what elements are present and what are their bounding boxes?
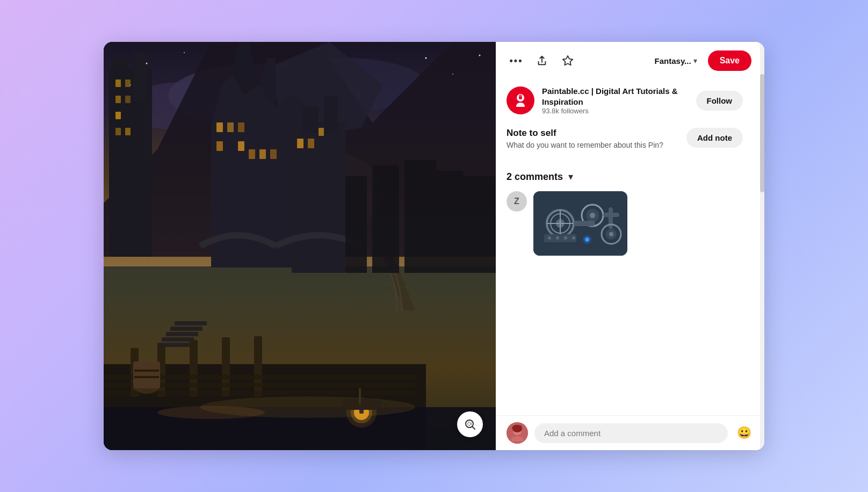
scrollbar-track[interactable]	[760, 42, 764, 450]
pin-content-area: Paintable.cc | Digital Art Tutorials & I…	[496, 77, 764, 415]
comment-initial: Z	[514, 197, 519, 206]
svg-point-93	[585, 237, 589, 242]
comments-header[interactable]: 2 comments ▾	[507, 171, 743, 183]
board-name: Fantasy...	[655, 56, 691, 66]
fantasy-image	[104, 42, 496, 450]
svg-point-91	[572, 236, 575, 240]
svg-rect-18	[216, 122, 223, 132]
svg-rect-47	[134, 370, 159, 372]
svg-rect-21	[216, 141, 223, 151]
svg-rect-33	[222, 337, 230, 396]
svg-rect-13	[115, 128, 121, 135]
svg-point-71	[519, 96, 522, 99]
comment-image[interactable]	[533, 191, 627, 256]
svg-rect-34	[254, 336, 262, 396]
pin-detail-panel: ••• Fantasy... ▾ Save	[496, 42, 764, 450]
lens-icon	[464, 418, 476, 431]
note-title: Note to self	[507, 128, 680, 139]
pin-toolbar: ••• Fantasy... ▾ Save	[496, 42, 764, 77]
svg-rect-19	[227, 122, 234, 132]
svg-rect-16	[302, 106, 319, 133]
note-subtitle: What do you want to remember about this …	[507, 141, 680, 149]
svg-rect-83	[609, 207, 613, 229]
svg-point-40	[157, 406, 265, 419]
svg-rect-28	[319, 128, 324, 136]
svg-rect-50	[345, 176, 367, 273]
svg-rect-11	[125, 96, 131, 103]
upload-icon	[536, 55, 548, 67]
svg-rect-7	[133, 53, 147, 101]
svg-rect-49	[359, 388, 361, 404]
svg-point-88	[548, 236, 551, 240]
favorite-button[interactable]	[558, 51, 577, 70]
comments-section: 2 comments ▾ Z	[507, 171, 743, 256]
more-icon: •••	[510, 55, 523, 67]
share-button[interactable]	[532, 51, 552, 70]
svg-point-68	[468, 422, 471, 425]
svg-rect-46	[133, 361, 160, 388]
svg-rect-22	[238, 141, 244, 151]
svg-rect-32	[190, 340, 198, 396]
comment-image-content	[533, 191, 627, 256]
more-options-button[interactable]: •••	[507, 51, 526, 70]
note-text-block: Note to self What do you want to remembe…	[507, 128, 680, 156]
creator-name[interactable]: Paintable.cc | Digital Art Tutorials & I…	[542, 86, 689, 107]
svg-rect-61	[157, 343, 190, 347]
svg-point-58	[452, 74, 453, 75]
follow-button[interactable]: Follow	[696, 91, 743, 111]
note-row: Note to self What do you want to remembe…	[507, 128, 743, 156]
svg-rect-26	[297, 139, 303, 148]
svg-rect-53	[437, 171, 464, 273]
svg-rect-10	[115, 96, 121, 103]
creator-row: Paintable.cc | Digital Art Tutorials & I…	[507, 86, 743, 115]
user-avatar[interactable]	[507, 422, 528, 444]
svg-rect-17	[324, 96, 337, 133]
svg-rect-20	[238, 122, 244, 132]
creator-followers: 93.8k followers	[542, 107, 689, 115]
comment-footer: 😀	[496, 415, 764, 450]
creator-avatar[interactable]	[507, 86, 534, 114]
svg-rect-48	[134, 376, 159, 378]
svg-rect-63	[166, 332, 198, 336]
pin-modal: ••• Fantasy... ▾ Save	[104, 42, 764, 450]
lens-search-button[interactable]	[457, 411, 483, 437]
svg-point-90	[564, 236, 567, 240]
creator-info: Paintable.cc | Digital Art Tutorials & I…	[542, 86, 689, 115]
svg-rect-12	[115, 112, 121, 119]
comment-avatar[interactable]: Z	[507, 191, 527, 212]
svg-rect-8	[115, 79, 121, 87]
svg-rect-23	[249, 149, 255, 159]
comment-item: Z	[507, 191, 743, 256]
board-selector[interactable]: Fantasy... ▾	[655, 56, 697, 66]
emoji-icon: 😀	[737, 426, 751, 440]
svg-rect-81	[574, 221, 595, 226]
svg-rect-25	[270, 149, 277, 159]
svg-rect-62	[162, 337, 194, 342]
svg-line-67	[472, 426, 475, 429]
svg-rect-27	[308, 139, 314, 148]
svg-point-86	[609, 232, 613, 236]
svg-rect-54	[464, 176, 496, 273]
note-section: Note to self What do you want to remembe…	[507, 128, 743, 156]
emoji-button[interactable]: 😀	[734, 423, 754, 443]
svg-point-56	[184, 52, 185, 53]
svg-rect-14	[125, 128, 131, 135]
add-note-button[interactable]: Add note	[686, 128, 743, 148]
svg-rect-24	[259, 149, 266, 159]
chevron-down-icon: ▾	[693, 56, 697, 65]
svg-point-89	[556, 236, 559, 240]
scrollbar-thumb[interactable]	[760, 74, 764, 192]
save-button[interactable]: Save	[708, 50, 751, 71]
svg-rect-52	[404, 160, 437, 273]
user-avatar-image	[507, 422, 528, 444]
svg-point-57	[425, 57, 427, 59]
svg-rect-51	[372, 165, 399, 273]
svg-rect-9	[125, 79, 131, 87]
chevron-comments-icon: ▾	[568, 171, 573, 183]
comment-input[interactable]	[534, 423, 728, 443]
svg-rect-65	[175, 321, 207, 325]
svg-rect-64	[170, 327, 202, 331]
svg-point-55	[146, 63, 148, 64]
comments-count: 2 comments	[507, 171, 563, 183]
svg-point-60	[130, 84, 131, 85]
